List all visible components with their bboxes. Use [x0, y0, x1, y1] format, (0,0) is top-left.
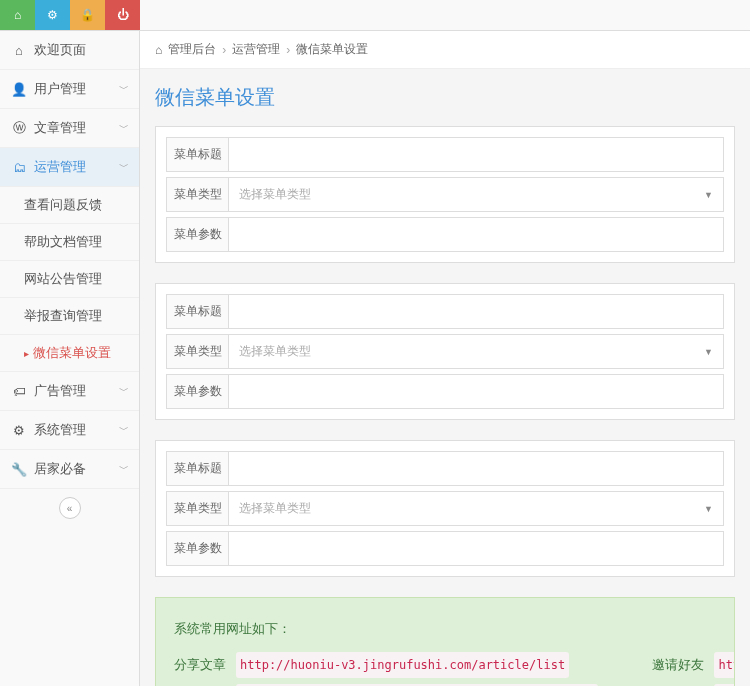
menu-form-3: 菜单标题 菜单类型选择菜单类型▼ 菜单参数 — [155, 440, 735, 577]
breadcrumb: ⌂ 管理后台 › 运营管理 › 微信菜单设置 — [140, 31, 750, 69]
select-menu-type[interactable]: 选择菜单类型▼ — [229, 178, 723, 211]
home-icon: ⌂ — [10, 43, 28, 58]
select-placeholder: 选择菜单类型 — [239, 186, 311, 203]
url-row: 邀请好友http: — [652, 652, 735, 678]
top-settings-button[interactable]: ⚙ — [35, 0, 70, 30]
label-menu-param: 菜单参数 — [167, 375, 229, 408]
select-menu-type[interactable]: 选择菜单类型▼ — [229, 335, 723, 368]
nav-label: 广告管理 — [34, 382, 119, 400]
breadcrumb-item[interactable]: 运营管理 — [232, 41, 280, 58]
nav-article-mgmt[interactable]: ⓦ 文章管理 ﹀ — [0, 109, 139, 148]
tag-icon: 🏷 — [10, 384, 28, 399]
select-placeholder: 选择菜单类型 — [239, 343, 311, 360]
list-icon: 🗂 — [10, 160, 28, 175]
gears-icon: ⚙ — [10, 423, 28, 438]
nav-label: 居家必备 — [34, 460, 119, 478]
input-menu-title[interactable] — [229, 295, 723, 328]
input-menu-title[interactable] — [229, 452, 723, 485]
label-menu-type: 菜单类型 — [167, 335, 229, 368]
url-name: 邀请好友 — [652, 652, 704, 678]
input-menu-param[interactable] — [229, 375, 723, 408]
label-menu-param: 菜单参数 — [167, 532, 229, 565]
user-icon: 👤 — [10, 82, 28, 97]
dropdown-arrow-icon: ▼ — [704, 190, 713, 200]
chevron-down-icon: ﹀ — [119, 384, 129, 398]
chevron-down-icon: ﹀ — [119, 82, 129, 96]
common-urls-box: 系统常用网址如下： 分享文章http://huoniu-v3.jingrufus… — [155, 597, 735, 686]
label-menu-type: 菜单类型 — [167, 492, 229, 525]
wrench-icon: 🔧 — [10, 462, 28, 477]
nav-user-mgmt[interactable]: 👤 用户管理 ﹀ — [0, 70, 139, 109]
chevron-down-icon: ﹀ — [119, 462, 129, 476]
nav-label: 系统管理 — [34, 421, 119, 439]
nav-label: 用户管理 — [34, 80, 119, 98]
input-menu-title[interactable] — [229, 138, 723, 171]
url-value[interactable]: http: — [714, 652, 735, 678]
breadcrumb-item[interactable]: 管理后台 — [168, 41, 216, 58]
url-row: 分享文章http://huoniu-v3.jingrufushi.com/art… — [174, 652, 612, 678]
label-menu-type: 菜单类型 — [167, 178, 229, 211]
label-menu-title: 菜单标题 — [167, 295, 229, 328]
input-menu-param[interactable] — [229, 532, 723, 565]
dropdown-arrow-icon: ▼ — [704, 504, 713, 514]
chevron-down-icon: ﹀ — [119, 423, 129, 437]
url-value[interactable]: http://huoniu-v3.jingrufushi.com/article… — [236, 652, 569, 678]
select-placeholder: 选择菜单类型 — [239, 500, 311, 517]
wordpress-icon: ⓦ — [10, 119, 28, 137]
url-list-left: 分享文章http://huoniu-v3.jingrufushi.com/art… — [174, 652, 612, 686]
breadcrumb-item: 微信菜单设置 — [296, 41, 368, 58]
main-content: ⌂ 管理后台 › 运营管理 › 微信菜单设置 微信菜单设置 菜单标题 菜单类型选… — [140, 31, 750, 686]
sub-wechat-menu[interactable]: 微信菜单设置 — [0, 335, 139, 372]
home-icon: ⌂ — [155, 43, 162, 57]
sidebar-collapse-button[interactable]: « — [59, 497, 81, 519]
breadcrumb-sep: › — [286, 43, 290, 57]
sub-feedback[interactable]: 查看问题反馈 — [0, 187, 139, 224]
nav-label: 文章管理 — [34, 119, 119, 137]
nav-operation-mgmt[interactable]: 🗂 运营管理 ﹀ — [0, 148, 139, 187]
top-home-button[interactable]: ⌂ — [0, 0, 35, 30]
menu-form-2: 菜单标题 菜单类型选择菜单类型▼ 菜单参数 — [155, 283, 735, 420]
top-icon-bar: ⌂ ⚙ 🔒 ⏻ — [0, 0, 750, 31]
label-menu-title: 菜单标题 — [167, 452, 229, 485]
page-title: 微信菜单设置 — [155, 84, 735, 111]
sub-announcement[interactable]: 网站公告管理 — [0, 261, 139, 298]
nav-ad-mgmt[interactable]: 🏷 广告管理 ﹀ — [0, 372, 139, 411]
chevron-down-icon: ﹀ — [119, 121, 129, 135]
nav-label: 欢迎页面 — [34, 41, 129, 59]
sidebar: ⌂ 欢迎页面 👤 用户管理 ﹀ ⓦ 文章管理 ﹀ 🗂 运营管理 ﹀ 查看问题反馈… — [0, 31, 140, 686]
nav-label: 运营管理 — [34, 158, 119, 176]
select-menu-type[interactable]: 选择菜单类型▼ — [229, 492, 723, 525]
url-list-right: 邀请好友http:我的徒弟http:申请提现http:提现记录http:绑定微信… — [652, 652, 735, 686]
sub-report-query[interactable]: 举报查询管理 — [0, 298, 139, 335]
sub-help-doc[interactable]: 帮助文档管理 — [0, 224, 139, 261]
dropdown-arrow-icon: ▼ — [704, 347, 713, 357]
nav-home-essentials[interactable]: 🔧 居家必备 ﹀ — [0, 450, 139, 489]
top-lock-button[interactable]: 🔒 — [70, 0, 105, 30]
label-menu-param: 菜单参数 — [167, 218, 229, 251]
chevron-down-icon: ﹀ — [119, 160, 129, 174]
label-menu-title: 菜单标题 — [167, 138, 229, 171]
common-urls-heading: 系统常用网址如下： — [174, 616, 716, 642]
nav-welcome[interactable]: ⌂ 欢迎页面 — [0, 31, 139, 70]
menu-form-1: 菜单标题 菜单类型选择菜单类型▼ 菜单参数 — [155, 126, 735, 263]
input-menu-param[interactable] — [229, 218, 723, 251]
url-name: 分享文章 — [174, 652, 226, 678]
breadcrumb-sep: › — [222, 43, 226, 57]
nav-system-mgmt[interactable]: ⚙ 系统管理 ﹀ — [0, 411, 139, 450]
top-power-button[interactable]: ⏻ — [105, 0, 140, 30]
